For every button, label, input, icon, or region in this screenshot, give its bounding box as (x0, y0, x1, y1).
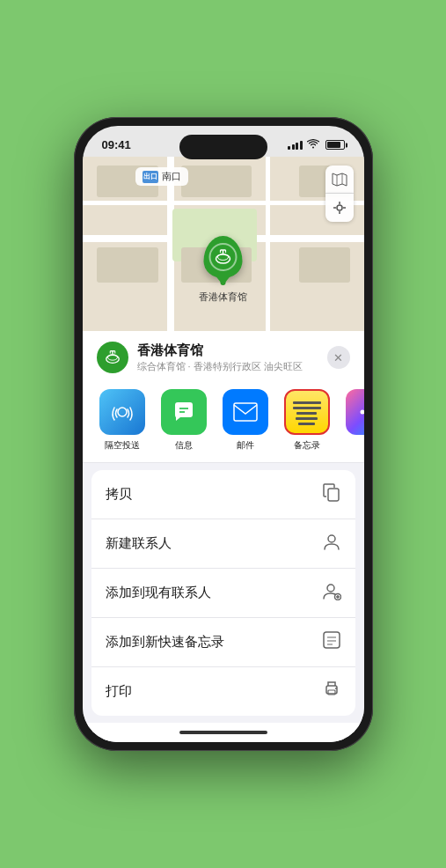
status-icons (288, 139, 345, 151)
new-contact-icon (322, 532, 341, 555)
status-time: 09:41 (102, 138, 131, 151)
action-label-print: 打印 (106, 683, 132, 700)
phone-screen: 09:41 (83, 126, 364, 742)
share-item-mail[interactable]: 邮件 (220, 389, 271, 452)
add-existing-contact-icon (322, 581, 341, 605)
venue-info-left: 香港体育馆 综合体育馆 · 香港特别行政区 油尖旺区 (97, 342, 303, 373)
airdrop-label: 隔空投送 (105, 439, 140, 452)
share-item-more[interactable]: 推 (343, 389, 364, 452)
share-item-airdrop[interactable]: 隔空投送 (97, 389, 148, 452)
share-icons-row: 隔空投送 信息 (83, 380, 364, 463)
close-button[interactable]: ✕ (327, 346, 350, 369)
dynamic-island (179, 135, 267, 159)
signal-bars-icon (288, 141, 303, 150)
action-item-copy[interactable]: 拷贝 (91, 470, 355, 519)
share-item-messages[interactable]: 信息 (158, 389, 209, 452)
home-indicator-bar (179, 731, 267, 734)
location-label-icon: 出口 (143, 171, 158, 183)
marker-label: 香港体育馆 (199, 291, 247, 304)
phone-frame: 09:41 (74, 117, 373, 751)
action-item-print[interactable]: 打印 (91, 667, 355, 716)
more-icon-box[interactable] (346, 389, 364, 435)
stadium-marker[interactable]: 香港体育馆 (199, 236, 247, 304)
svg-point-36 (335, 688, 337, 689)
location-button[interactable] (325, 194, 354, 222)
airdrop-icon-box[interactable] (99, 389, 145, 435)
messages-label: 信息 (175, 439, 193, 452)
svg-point-26 (327, 585, 334, 592)
svg-rect-20 (234, 403, 257, 421)
svg-point-21 (360, 410, 364, 415)
svg-rect-24 (328, 489, 339, 501)
action-label-add-existing: 添加到现有联系人 (106, 585, 211, 601)
home-indicator (83, 723, 364, 742)
marker-pin-inner (209, 243, 238, 271)
location-label: 出口 南口 (135, 167, 188, 186)
action-item-add-existing[interactable]: 添加到现有联系人 (91, 569, 355, 618)
svg-rect-30 (324, 632, 340, 648)
copy-icon (322, 482, 341, 506)
action-label-new-contact: 新建联系人 (106, 535, 172, 552)
mail-icon-box[interactable] (223, 389, 268, 435)
svg-point-17 (118, 408, 127, 416)
venue-info: 香港体育馆 综合体育馆 · 香港特别行政区 油尖旺区 ✕ (83, 331, 364, 380)
share-item-notes[interactable]: 备忘录 (281, 389, 333, 452)
venue-icon (97, 342, 128, 373)
notes-icon-box[interactable] (284, 389, 330, 435)
battery-icon (325, 140, 345, 150)
quick-note-icon (322, 630, 341, 654)
venue-text: 香港体育馆 综合体育馆 · 香港特别行政区 油尖旺区 (137, 342, 303, 373)
location-label-text: 南口 (162, 170, 181, 183)
venue-subtitle: 综合体育馆 · 香港特别行政区 油尖旺区 (137, 360, 303, 373)
print-icon (322, 680, 341, 703)
venue-name: 香港体育馆 (137, 342, 303, 359)
wifi-icon (307, 139, 319, 151)
action-item-new-contact[interactable]: 新建联系人 (91, 519, 355, 569)
marker-pin (204, 236, 243, 278)
action-item-quick-note[interactable]: 添加到新快速备忘录 (91, 618, 355, 667)
svg-point-25 (328, 535, 335, 542)
map-type-button[interactable] (325, 166, 354, 194)
action-list: 拷贝 新建联系人 (91, 470, 355, 716)
svg-point-0 (337, 205, 342, 210)
notes-label: 备忘录 (294, 439, 320, 452)
map-controls (325, 166, 354, 222)
bottom-sheet: 香港体育馆 综合体育馆 · 香港特别行政区 油尖旺区 ✕ (83, 331, 364, 742)
mail-label: 邮件 (237, 439, 254, 452)
map-area[interactable]: 出口 南口 (83, 157, 364, 331)
messages-icon-box[interactable] (161, 389, 207, 435)
action-label-copy: 拷贝 (106, 486, 132, 503)
action-label-quick-note: 添加到新快速备忘录 (106, 634, 224, 651)
